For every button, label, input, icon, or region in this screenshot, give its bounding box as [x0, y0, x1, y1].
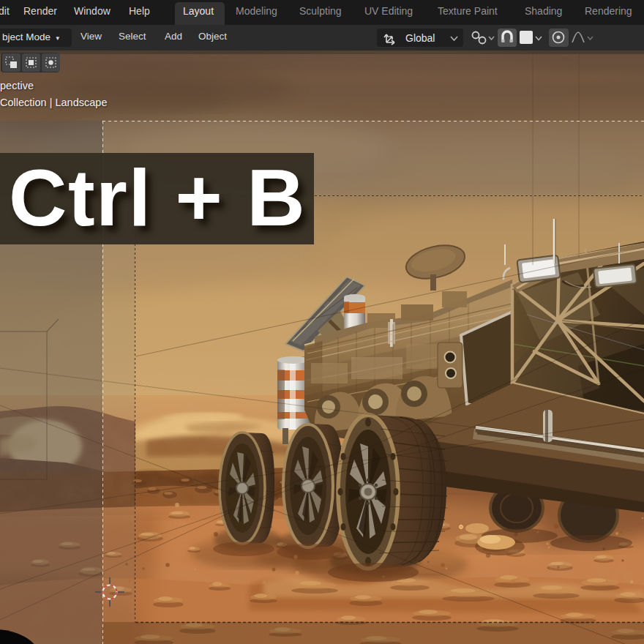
svg-text:Global: Global: [405, 32, 435, 44]
